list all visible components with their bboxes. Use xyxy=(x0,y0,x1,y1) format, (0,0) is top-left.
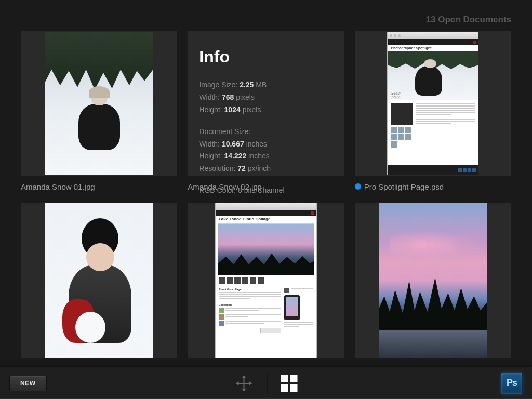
move-tool-icon[interactable] xyxy=(235,374,254,393)
mock-page-title: Photographer Spotlight xyxy=(388,45,478,51)
document-cell[interactable]: Amanda Snow 01.jpg xyxy=(21,31,177,192)
document-filename: Pro Spotlight Page.psd xyxy=(364,182,444,191)
open-documents-count: 13 Open Documents xyxy=(426,15,511,25)
info-image-width: Width: 768 pixels xyxy=(199,91,332,104)
document-thumbnail[interactable] xyxy=(21,31,177,176)
document-cell[interactable]: Info Image Size: 2.25 MB Width: 768 pixe… xyxy=(188,31,344,192)
info-doc-size-label: Document Size: xyxy=(199,126,332,138)
toolbar: NEW Ps xyxy=(0,367,532,399)
document-cell[interactable] xyxy=(21,203,177,358)
document-cell[interactable]: Photographer Spotlight Geoff Dowd xyxy=(355,31,511,192)
info-title: Info xyxy=(199,43,332,71)
grid-view-icon[interactable] xyxy=(281,375,298,392)
svg-marker-2 xyxy=(242,375,246,378)
modified-dot-icon xyxy=(355,183,361,190)
document-cell[interactable] xyxy=(355,203,511,358)
mock-collage-title: Lake Tahoe Cloud Collage xyxy=(219,217,313,221)
document-thumbnail[interactable] xyxy=(21,203,177,358)
photoshop-logo-icon[interactable]: Ps xyxy=(501,373,523,394)
mock-profile-firstname: Geoff xyxy=(391,91,401,95)
mock-profile-lastname: Dowd xyxy=(391,95,401,98)
info-image-height: Height: 1024 pixels xyxy=(199,104,332,116)
document-thumbnail[interactable]: Photographer Spotlight Geoff Dowd xyxy=(355,31,511,176)
info-resolution: Resolution: 72 px/inch xyxy=(199,163,332,175)
document-filename: Amanda Snow 01.jpg xyxy=(21,182,95,191)
document-filename: Amanda Snow 02.jpg xyxy=(188,182,262,191)
new-button[interactable]: NEW xyxy=(9,376,47,391)
document-thumbnail[interactable] xyxy=(355,203,511,358)
info-doc-height: Height: 14.222 inches xyxy=(199,150,332,163)
svg-marker-3 xyxy=(242,389,246,392)
info-doc-width: Width: 10.667 inches xyxy=(199,138,332,151)
document-thumbnail[interactable]: Lake Tahoe Cloud Collage About this coll… xyxy=(188,203,344,358)
toolbar-divider xyxy=(267,373,268,394)
svg-marker-5 xyxy=(249,381,252,385)
svg-marker-4 xyxy=(236,381,239,385)
document-cell[interactable]: Lake Tahoe Cloud Collage About this coll… xyxy=(188,203,344,358)
info-panel: Info Image Size: 2.25 MB Width: 768 pixe… xyxy=(188,31,344,176)
info-image-size: Image Size: 2.25 MB xyxy=(199,79,332,91)
